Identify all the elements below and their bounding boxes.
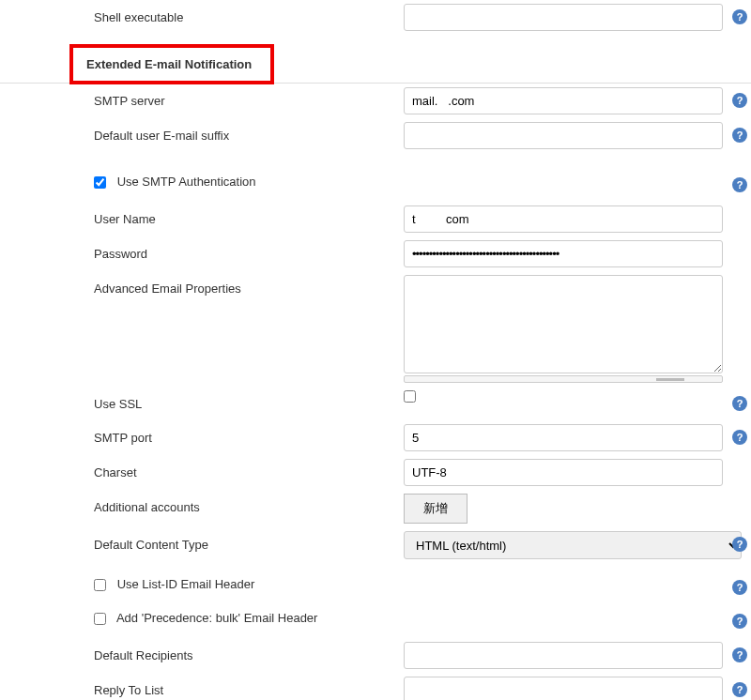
default-content-type-select[interactable]: HTML (text/html)	[404, 531, 742, 559]
help-icon[interactable]: ?	[732, 128, 747, 143]
help-icon[interactable]: ?	[732, 9, 747, 24]
smtp-port-label: SMTP port	[0, 424, 404, 445]
resize-handle[interactable]	[404, 375, 723, 383]
help-icon[interactable]: ?	[732, 396, 747, 411]
smtp-server-input[interactable]	[404, 87, 723, 114]
help-icon[interactable]: ?	[732, 537, 747, 552]
reply-to-list-input[interactable]	[404, 677, 723, 700]
help-icon[interactable]: ?	[732, 93, 747, 108]
additional-accounts-label: Additional accounts	[0, 494, 404, 514]
advanced-props-label: Advanced Email Properties	[0, 275, 404, 296]
section-highlight: Extended E-mail Notification	[69, 44, 274, 84]
default-recipients-label: Default Recipients	[0, 642, 404, 662]
help-icon[interactable]: ?	[732, 614, 747, 629]
help-icon[interactable]: ?	[732, 647, 747, 662]
add-precedence-label: Add 'Precedence: bulk' Email Header	[116, 611, 318, 625]
shell-executable-label: Shell executable	[0, 4, 404, 24]
help-icon[interactable]: ?	[732, 580, 747, 595]
use-ssl-checkbox[interactable]	[404, 390, 416, 403]
use-list-id-checkbox[interactable]	[94, 579, 106, 591]
advanced-props-textarea[interactable]	[404, 275, 723, 373]
section-header: Extended E-mail Notification	[86, 57, 252, 71]
charset-input[interactable]	[404, 459, 723, 486]
use-smtp-auth-checkbox[interactable]	[94, 176, 106, 189]
password-input[interactable]	[404, 240, 723, 267]
add-precedence-checkbox[interactable]	[94, 613, 106, 625]
default-suffix-label: Default user E-mail suffix	[0, 122, 404, 143]
default-suffix-input[interactable]	[404, 122, 723, 149]
help-icon[interactable]: ?	[732, 430, 747, 445]
help-icon[interactable]: ?	[732, 177, 747, 192]
user-name-label: User Name	[0, 205, 404, 226]
use-ssl-label: Use SSL	[0, 390, 404, 411]
use-smtp-auth-label: Use SMTP Authentication	[117, 175, 256, 189]
add-account-button[interactable]: 新增	[404, 494, 467, 524]
smtp-port-input[interactable]	[404, 424, 723, 451]
smtp-server-label: SMTP server	[0, 87, 404, 108]
charset-label: Charset	[0, 459, 404, 479]
reply-to-list-label: Reply To List	[0, 677, 404, 697]
help-icon[interactable]: ?	[732, 682, 747, 697]
default-recipients-input[interactable]	[404, 642, 723, 669]
password-label: Password	[0, 240, 404, 261]
user-name-input[interactable]	[404, 205, 723, 233]
use-list-id-label: Use List-ID Email Header	[117, 577, 255, 591]
shell-executable-input[interactable]	[404, 4, 723, 31]
default-content-type-label: Default Content Type	[0, 531, 404, 552]
